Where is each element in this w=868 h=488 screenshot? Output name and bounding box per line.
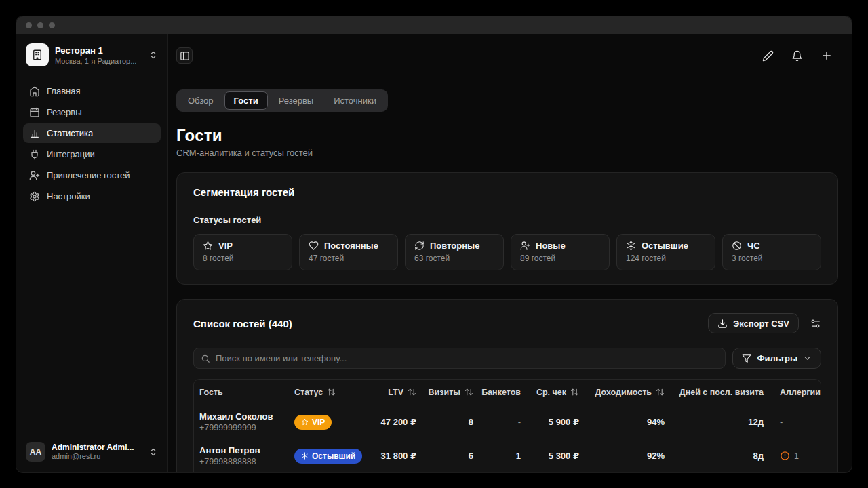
table-row[interactable]: Михаил Соколов +79999999999 VIP 47 2	[194, 405, 821, 439]
column-settings-button[interactable]	[810, 318, 821, 329]
column-header-banquets: Банкетов	[479, 388, 526, 397]
user-email: admin@rest.ru	[52, 452, 142, 461]
sidebar-item-home[interactable]: Главная	[23, 81, 161, 101]
segmentation-title: Сегментация гостей	[193, 186, 821, 198]
status-badge: VIP	[294, 415, 332, 430]
status-count: 47 гостей	[309, 253, 389, 263]
pencil-icon	[762, 50, 774, 62]
ban-icon	[732, 241, 742, 251]
guest-list-title: Список гостей (440)	[193, 318, 292, 329]
star-icon	[301, 418, 309, 426]
column-header-avg-check[interactable]: Ср. чек	[526, 388, 585, 397]
status-count: 8 гостей	[203, 253, 283, 263]
sidebar-item-statistics[interactable]: Статистика	[23, 123, 161, 143]
table-header-row: Гость Статус LTV Визиты Банкетов Ср. чек…	[194, 380, 821, 405]
gear-icon	[29, 191, 40, 202]
column-header-visits[interactable]: Визиты	[422, 388, 479, 397]
sidebar-item-label: Статистика	[47, 128, 93, 138]
guest-phone: +79999999999	[199, 423, 256, 433]
minimize-window-button[interactable]	[37, 22, 43, 28]
status-count: 63 гостей	[414, 253, 494, 263]
export-csv-button[interactable]: Экспорт CSV	[708, 313, 799, 333]
status-card-repeat[interactable]: Повторные 63 гостей	[405, 234, 504, 270]
edit-button[interactable]	[762, 50, 774, 62]
status-card-regular[interactable]: Постоянные 47 гостей	[299, 234, 398, 270]
avatar: AA	[26, 442, 45, 462]
guest-days-since-visit: 12д	[670, 417, 769, 427]
app-window: Ресторан 1 Москва, 1-я Радиатор... Главн…	[16, 16, 852, 472]
status-card-cooled[interactable]: Остывшие 124 гостей	[616, 234, 715, 270]
guest-avg-check: 5 300 ₽	[526, 451, 585, 461]
alert-circle-icon	[780, 451, 790, 461]
snowflake-icon	[626, 241, 636, 251]
guest-banquets: -	[479, 417, 526, 427]
column-header-guest: Гость	[194, 388, 289, 397]
sidebar-item-guest-acquisition[interactable]: Привлечение гостей	[23, 165, 161, 185]
status-label: ЧС	[747, 241, 760, 251]
column-header-show-rate[interactable]: Доходимость	[585, 388, 670, 397]
sort-icon	[656, 388, 665, 396]
snowflake-icon	[301, 452, 309, 460]
tab-guests[interactable]: Гости	[224, 92, 268, 110]
sidebar-toggle-button[interactable]	[176, 47, 193, 64]
sidebar-item-settings[interactable]: Настройки	[23, 186, 161, 206]
tab-sources[interactable]: Источники	[324, 92, 386, 110]
sidebar-item-reserves[interactable]: Резервы	[23, 102, 161, 122]
restaurant-location: Москва, 1-я Радиатор...	[55, 56, 142, 66]
topbar	[176, 47, 838, 64]
filters-label: Фильтры	[757, 353, 797, 363]
user-selector[interactable]: AA Administrator Admi... admin@rest.ru	[23, 441, 161, 463]
tab-reserves[interactable]: Резервы	[269, 92, 323, 110]
segmentation-card: Сегментация гостей Статусы гостей VIP 8 …	[176, 172, 838, 285]
sliders-icon	[810, 318, 821, 329]
sidebar-nav: Главная Резервы Статистика	[23, 81, 161, 206]
guest-show-rate: 94%	[585, 417, 670, 427]
status-card-vip[interactable]: VIP 8 гостей	[193, 234, 292, 270]
sidebar-item-label: Настройки	[47, 191, 90, 201]
close-window-button[interactable]	[26, 22, 32, 28]
home-icon	[29, 86, 40, 97]
filters-button[interactable]: Фильтры	[732, 348, 821, 369]
guest-allergies: 1	[769, 451, 821, 461]
column-header-ltv[interactable]: LTV	[363, 388, 422, 397]
guest-visits: 6	[422, 451, 479, 461]
column-header-days-since-visit: Дней с посл. визита	[670, 388, 769, 397]
sort-icon	[570, 388, 579, 396]
guest-allergies: -	[769, 417, 821, 427]
maximize-window-button[interactable]	[49, 22, 55, 28]
guest-days-since-visit: 8д	[670, 451, 769, 461]
status-count: 3 гостей	[732, 253, 812, 263]
download-icon	[717, 319, 728, 329]
guest-list-card: Список гостей (440) Экспорт CSV	[176, 299, 838, 472]
sort-icon	[327, 388, 336, 396]
window-titlebar	[16, 16, 852, 34]
panel-left-icon	[180, 51, 190, 61]
search-box	[193, 348, 726, 369]
bell-icon	[791, 50, 803, 62]
sidebar-item-label: Резервы	[47, 107, 82, 117]
tab-overview[interactable]: Обзор	[178, 92, 223, 110]
page-title: Гости	[176, 126, 838, 145]
status-card-new[interactable]: Новые 89 гостей	[511, 234, 610, 270]
guest-ltv: 47 200 ₽	[363, 417, 422, 427]
add-button[interactable]	[821, 49, 833, 62]
status-card-blacklist[interactable]: ЧС 3 гостей	[722, 234, 821, 270]
user-plus-icon	[29, 170, 40, 181]
notifications-button[interactable]	[791, 50, 803, 62]
table-row[interactable]: Антон Петров +79998888888 Остывший 3	[194, 439, 821, 472]
page-subtitle: CRM-аналитика и статусы гостей	[176, 148, 838, 158]
restaurant-selector[interactable]: Ресторан 1 Москва, 1-я Радиатор...	[23, 42, 161, 68]
export-csv-label: Экспорт CSV	[733, 319, 789, 329]
statuses-section-label: Статусы гостей	[193, 215, 821, 225]
search-input[interactable]	[216, 353, 718, 363]
guest-phone: +79998888888	[199, 457, 256, 467]
guest-visits: 8	[422, 417, 479, 427]
status-label: Новые	[536, 241, 566, 251]
calendar-icon	[29, 107, 40, 118]
user-plus-icon	[520, 241, 530, 251]
window-controls[interactable]	[26, 22, 55, 28]
status-label: Постоянные	[324, 241, 378, 251]
sidebar-item-integrations[interactable]: Интеграции	[23, 144, 161, 164]
repeat-icon	[414, 241, 425, 251]
column-header-status[interactable]: Статус	[289, 388, 363, 397]
